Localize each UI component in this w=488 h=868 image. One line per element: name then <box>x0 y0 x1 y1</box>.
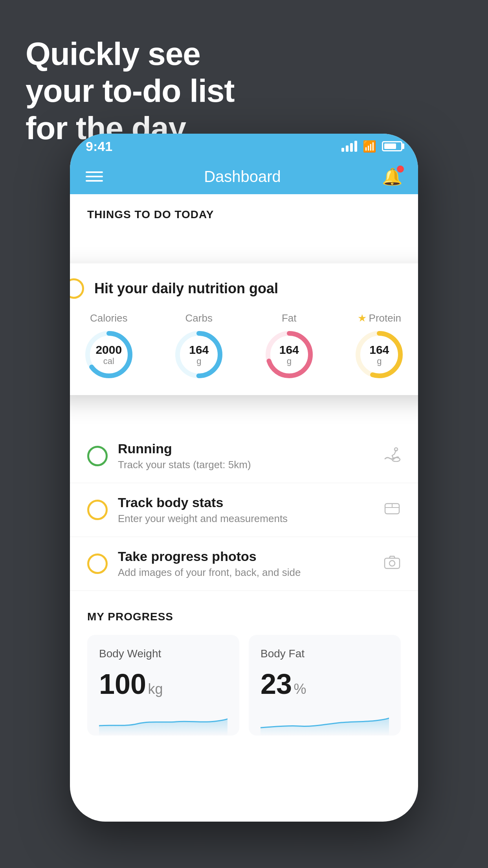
body-weight-value: 100 <box>99 668 146 700</box>
progress-section: MY PROGRESS Body Weight 100 kg <box>70 591 418 736</box>
photos-content: Take progress photos Add images of your … <box>118 549 373 579</box>
body-weight-value-row: 100 kg <box>99 668 227 700</box>
phone-frame: 9:41 📶 Dashboard 🔔 THINGS TO DO TOD <box>70 134 418 822</box>
status-icons: 📶 <box>341 140 402 153</box>
things-to-do-header: THINGS TO DO TODAY <box>70 194 418 229</box>
notification-bell-icon[interactable]: 🔔 <box>382 167 402 186</box>
nutrition-row: Calories 2000 cal <box>70 312 418 380</box>
body-stats-subtitle: Enter your weight and measurements <box>118 513 373 525</box>
todo-item-running[interactable]: Running Track your stats (target: 5km) <box>70 429 418 483</box>
photos-title: Take progress photos <box>118 549 373 564</box>
body-weight-title: Body Weight <box>99 647 227 660</box>
fat-circle: 164 g <box>264 329 315 380</box>
body-fat-value: 23 <box>261 668 292 700</box>
photos-check-circle <box>87 554 108 574</box>
progress-header: MY PROGRESS <box>87 611 401 623</box>
body-stats-content: Track body stats Enter your weight and m… <box>118 495 373 525</box>
todo-item-photos[interactable]: Take progress photos Add images of your … <box>70 537 418 591</box>
running-icon <box>382 447 401 465</box>
svg-point-9 <box>394 448 398 451</box>
carbs-circle: 164 g <box>173 329 224 380</box>
nav-bar: Dashboard 🔔 <box>70 159 418 194</box>
body-weight-chart <box>99 708 227 736</box>
nutrition-card-title: Hit your daily nutrition goal <box>94 280 278 297</box>
nutrition-check-circle[interactable] <box>70 278 84 299</box>
protein-label: Protein <box>369 312 401 324</box>
protein-circle: 164 g <box>354 329 405 380</box>
content-area: THINGS TO DO TODAY Hit your daily nutrit… <box>70 194 418 736</box>
body-fat-title: Body Fat <box>261 647 389 660</box>
battery-icon <box>382 141 402 151</box>
carbs-label: Carbs <box>185 312 213 324</box>
signal-bars-icon <box>341 141 357 152</box>
photos-subtitle: Add images of your front, back, and side <box>118 566 373 579</box>
nutrition-fat: Fat 164 g <box>264 312 315 380</box>
status-time: 9:41 <box>86 139 112 154</box>
running-subtitle: Track your stats (target: 5km) <box>118 459 372 471</box>
wifi-icon: 📶 <box>363 140 376 153</box>
headline-line2: your to-do list <box>26 73 235 108</box>
body-stats-check-circle <box>87 500 108 520</box>
carbs-value: 164 <box>189 343 209 356</box>
running-content: Running Track your stats (target: 5km) <box>118 441 372 471</box>
photo-icon <box>383 554 401 574</box>
nutrition-protein: ★ Protein 164 g <box>354 312 405 380</box>
body-fat-card[interactable]: Body Fat 23 % <box>249 635 401 736</box>
scale-icon <box>383 500 401 520</box>
fat-label: Fat <box>282 312 297 324</box>
headline: Quickly see your to-do list for the day. <box>26 35 235 147</box>
svg-rect-13 <box>385 558 400 568</box>
svg-point-14 <box>389 561 395 566</box>
body-fat-unit: % <box>294 681 306 697</box>
running-title: Running <box>118 441 372 456</box>
todo-item-body-stats[interactable]: Track body stats Enter your weight and m… <box>70 483 418 537</box>
calories-circle: 2000 cal <box>83 329 134 380</box>
body-fat-value-row: 23 % <box>261 668 389 700</box>
nutrition-card: Hit your daily nutrition goal Calories <box>70 263 418 395</box>
status-bar: 9:41 📶 <box>70 134 418 159</box>
body-stats-title: Track body stats <box>118 495 373 510</box>
calories-value: 2000 <box>95 343 122 356</box>
body-fat-chart <box>261 708 389 736</box>
calories-label: Calories <box>90 312 127 324</box>
body-weight-unit: kg <box>148 681 163 697</box>
nutrition-carbs: Carbs 164 g <box>173 312 224 380</box>
nutrition-calories: Calories 2000 cal <box>83 312 134 380</box>
running-check-circle <box>87 446 108 466</box>
star-icon: ★ <box>358 312 367 324</box>
protein-value: 164 <box>369 343 389 356</box>
fat-value: 164 <box>279 343 299 356</box>
progress-cards: Body Weight 100 kg <box>87 635 401 736</box>
hamburger-menu-button[interactable] <box>86 171 103 182</box>
headline-line1: Quickly see <box>26 36 200 72</box>
todo-list: Running Track your stats (target: 5km) <box>70 429 418 591</box>
nav-title: Dashboard <box>204 168 281 186</box>
notification-dot <box>397 166 404 173</box>
body-weight-card[interactable]: Body Weight 100 kg <box>87 635 239 736</box>
